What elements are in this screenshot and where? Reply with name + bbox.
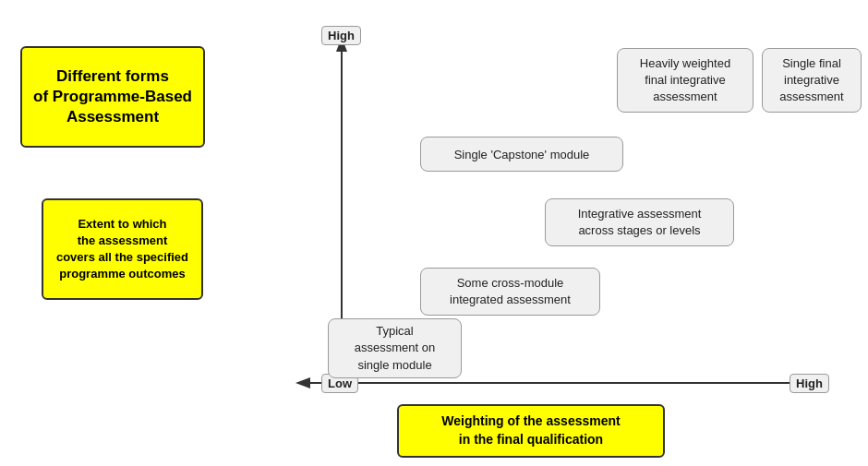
single-final-text: Single final integrative assessment xyxy=(779,55,843,106)
title-text: Different forms of Programme-Based Asses… xyxy=(33,66,192,127)
y-axis-high-label: High xyxy=(321,26,361,45)
x-axis-description-box: Weighting of the assessment in the final… xyxy=(397,404,665,458)
typical-assessment-text: Typical assessment on single module xyxy=(355,323,435,374)
x-axis-high-label: High xyxy=(790,374,829,393)
cross-module-text: Some cross-module integrated assessment xyxy=(450,275,571,308)
svg-marker-4 xyxy=(295,377,310,388)
y-axis-description-text: Extent to which the assessment covers al… xyxy=(56,216,188,283)
x-axis-description-text: Weighting of the assessment in the final… xyxy=(441,412,620,448)
integrative-stages-text: Integrative assessment across stages or … xyxy=(578,206,702,239)
capstone-text: Single 'Capstone' module xyxy=(454,148,590,161)
capstone-box: Single 'Capstone' module xyxy=(420,137,623,172)
single-final-box: Single final integrative assessment xyxy=(762,48,862,113)
cross-module-box: Some cross-module integrated assessment xyxy=(420,268,600,316)
y-axis-description-box: Extent to which the assessment covers al… xyxy=(42,198,203,300)
heavily-weighted-text: Heavily weighted final integrative asses… xyxy=(640,55,730,106)
title-box: Different forms of Programme-Based Asses… xyxy=(20,46,205,148)
diagram-container: High Low High Different forms of Program… xyxy=(0,0,868,466)
typical-assessment-box: Typical assessment on single module xyxy=(328,318,462,378)
heavily-weighted-box: Heavily weighted final integrative asses… xyxy=(617,48,753,113)
integrative-stages-box: Integrative assessment across stages or … xyxy=(545,198,734,246)
